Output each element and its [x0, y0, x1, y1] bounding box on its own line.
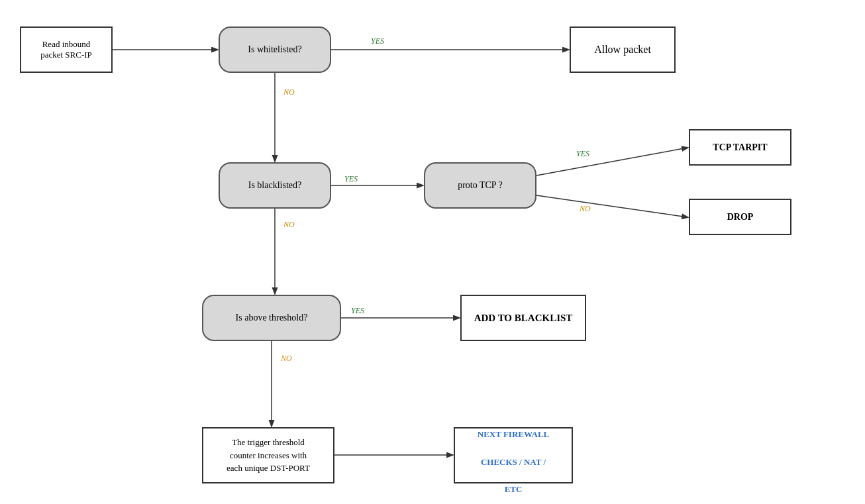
allow-packet-node: Allow packet — [570, 26, 676, 73]
flowchart-diagram: Read inbound packet SRC-IP Is whiteliste… — [0, 0, 865, 504]
trigger-counter-label: The trigger threshold counter increases … — [227, 436, 310, 475]
read-packet-label: Read inbound packet SRC-IP — [40, 39, 92, 60]
trigger-counter-node: The trigger threshold counter increases … — [202, 427, 334, 483]
svg-line-5 — [536, 195, 687, 217]
tcp-tarpit-label: TCP TARPIT — [713, 142, 767, 153]
drop-node: DROP — [689, 199, 791, 235]
add-to-blacklist-node: ADD TO BLACKLIST — [460, 295, 586, 341]
is-whitelisted-node: Is whitelisted? — [219, 26, 331, 73]
yes-label-3: YES — [576, 149, 589, 159]
proto-tcp-label: proto TCP ? — [458, 180, 503, 191]
tcp-tarpit-node: TCP TARPIT — [689, 129, 791, 166]
no-label-3: NO — [580, 204, 591, 214]
is-blacklisted-node: Is blacklisted? — [219, 162, 331, 209]
no-label-2: NO — [283, 220, 295, 230]
add-to-blacklist-label: ADD TO BLACKLIST — [474, 313, 573, 324]
svg-line-4 — [536, 148, 687, 176]
is-whitelisted-label: Is whitelisted? — [248, 44, 301, 55]
yes-label-1: YES — [371, 36, 384, 46]
is-above-threshold-label: Is above threshold? — [236, 313, 308, 323]
is-blacklisted-label: Is blacklisted? — [248, 180, 301, 191]
read-packet-node: Read inbound packet SRC-IP — [20, 26, 113, 73]
next-firewall-node: NEXT FIREWALL CHECKS / NAT / ETC — [454, 427, 573, 483]
proto-tcp-node: proto TCP ? — [424, 162, 536, 209]
is-above-threshold-node: Is above threshold? — [202, 295, 341, 341]
connector-lines — [0, 0, 865, 504]
drop-label: DROP — [727, 212, 754, 223]
next-firewall-label: NEXT FIREWALL CHECKS / NAT / ETC — [478, 414, 549, 497]
no-label-4: NO — [281, 354, 292, 364]
no-label-1: NO — [283, 87, 295, 97]
yes-label-2: YES — [344, 174, 358, 184]
allow-packet-label: Allow packet — [594, 44, 651, 56]
yes-label-4: YES — [351, 306, 364, 316]
